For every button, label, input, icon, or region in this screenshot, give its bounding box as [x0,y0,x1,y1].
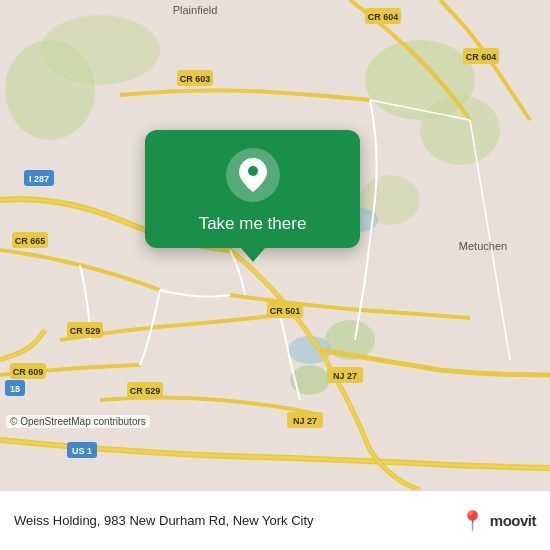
svg-text:I 287: I 287 [29,174,49,184]
svg-text:CR 529: CR 529 [70,326,101,336]
moovit-brand-text: moovit [490,512,536,529]
take-me-there-button[interactable]: Take me there [199,214,307,234]
svg-text:CR 665: CR 665 [15,236,46,246]
location-icon [226,148,280,202]
osm-credit: © OpenStreetMap contributors [6,415,150,428]
popup-card: Take me there [145,130,360,248]
map: CR 604 CR 604 CR 603 I 287 CR 665 CR 501… [0,0,550,490]
svg-text:18: 18 [10,384,20,394]
svg-text:NJ 27: NJ 27 [333,371,357,381]
moovit-logo: 📍 moovit [460,509,536,533]
svg-text:CR 501: CR 501 [270,306,301,316]
svg-text:CR 603: CR 603 [180,74,211,84]
info-bar: Weiss Holding, 983 New Durham Rd, New Yo… [0,490,550,550]
svg-text:CR 529: CR 529 [130,386,161,396]
svg-text:CR 604: CR 604 [466,52,497,62]
svg-text:CR 604: CR 604 [368,12,399,22]
svg-text:Plainfield: Plainfield [173,4,218,16]
svg-text:CR 609: CR 609 [13,367,44,377]
svg-point-5 [40,15,160,85]
svg-text:NJ 27: NJ 27 [293,416,317,426]
svg-text:US 1: US 1 [72,446,92,456]
svg-text:Metuchen: Metuchen [459,240,507,252]
svg-point-38 [248,166,258,176]
location-info-text: Weiss Holding, 983 New Durham Rd, New Yo… [14,513,460,528]
moovit-pin-icon: 📍 [460,509,485,533]
